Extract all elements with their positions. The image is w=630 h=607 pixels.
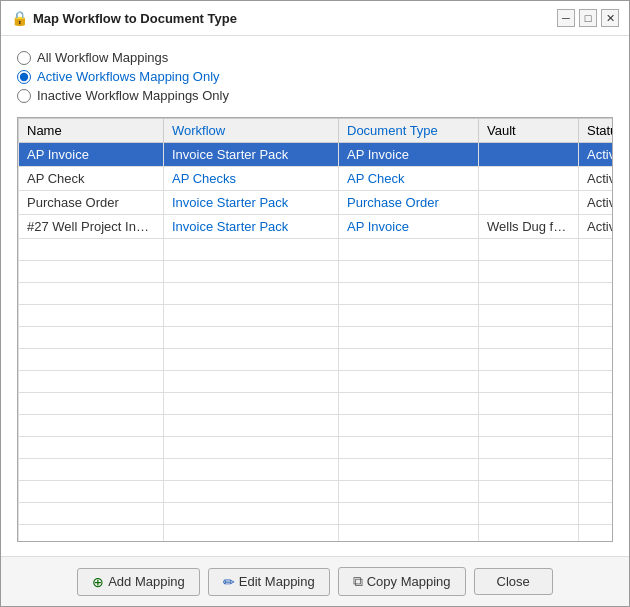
cell-workflow: AP Checks: [164, 167, 339, 191]
cell-status: Active: [579, 167, 614, 191]
radio-active-label: Active Workflows Mapping Only: [37, 69, 220, 84]
title-bar-controls: ─ □ ✕: [557, 9, 619, 27]
table-row-empty: [19, 437, 614, 459]
minimize-button[interactable]: ─: [557, 9, 575, 27]
table-row[interactable]: AP Invoice Invoice Starter Pack AP Invoi…: [19, 143, 614, 167]
cell-vault: [479, 143, 579, 167]
table-row-empty: [19, 305, 614, 327]
filter-radio-group: All Workflow Mappings Active Workflows M…: [17, 50, 613, 103]
cell-doctype: AP Check: [339, 167, 479, 191]
cell-doctype: AP Invoice: [339, 215, 479, 239]
col-header-workflow[interactable]: Workflow: [164, 119, 339, 143]
copy-mapping-button[interactable]: ⧉ Copy Mapping: [338, 567, 466, 596]
maximize-button[interactable]: □: [579, 9, 597, 27]
window-title: Map Workflow to Document Type: [33, 11, 237, 26]
cell-vault: Wells Dug for ...: [479, 215, 579, 239]
col-header-doctype[interactable]: Document Type: [339, 119, 479, 143]
title-bar: 🔒 Map Workflow to Document Type ─ □ ✕: [1, 1, 629, 36]
table-row[interactable]: Purchase Order Invoice Starter Pack Purc…: [19, 191, 614, 215]
radio-active-mappings[interactable]: Active Workflows Mapping Only: [17, 69, 613, 84]
table-row-empty: [19, 371, 614, 393]
radio-all-mappings[interactable]: All Workflow Mappings: [17, 50, 613, 65]
footer: ⊕ Add Mapping ✏ Edit Mapping ⧉ Copy Mapp…: [1, 556, 629, 606]
add-mapping-label: Add Mapping: [108, 574, 185, 589]
table-row[interactable]: AP Check AP Checks AP Check Active: [19, 167, 614, 191]
radio-inactive-input[interactable]: [17, 89, 31, 103]
cell-vault: [479, 191, 579, 215]
table-row[interactable]: #27 Well Project Invoices Invoice Starte…: [19, 215, 614, 239]
main-window: 🔒 Map Workflow to Document Type ─ □ ✕ Al…: [0, 0, 630, 607]
cell-doctype: Purchase Order: [339, 191, 479, 215]
table-row-empty: [19, 481, 614, 503]
table-row-empty: [19, 415, 614, 437]
table-row-empty: [19, 283, 614, 305]
radio-active-input[interactable]: [17, 70, 31, 84]
add-mapping-button[interactable]: ⊕ Add Mapping: [77, 568, 200, 596]
content-area: All Workflow Mappings Active Workflows M…: [1, 36, 629, 556]
mappings-table-container[interactable]: Name Workflow Document Type Vault Status…: [17, 117, 613, 542]
table-row-empty: [19, 525, 614, 543]
radio-all-input[interactable]: [17, 51, 31, 65]
table-row-empty: [19, 239, 614, 261]
edit-icon: ✏: [223, 574, 235, 590]
cell-name: Purchase Order: [19, 191, 164, 215]
radio-all-label: All Workflow Mappings: [37, 50, 168, 65]
cell-name: #27 Well Project Invoices: [19, 215, 164, 239]
close-button[interactable]: ✕: [601, 9, 619, 27]
table-header-row: Name Workflow Document Type Vault Status: [19, 119, 614, 143]
cell-workflow: Invoice Starter Pack: [164, 215, 339, 239]
cell-status: Active: [579, 191, 614, 215]
window-icon: 🔒: [11, 10, 27, 26]
col-header-status: Status: [579, 119, 614, 143]
cell-workflow: Invoice Starter Pack: [164, 191, 339, 215]
cell-name: AP Check: [19, 167, 164, 191]
table-body: AP Invoice Invoice Starter Pack AP Invoi…: [19, 143, 614, 543]
copy-mapping-label: Copy Mapping: [367, 574, 451, 589]
title-bar-left: 🔒 Map Workflow to Document Type: [11, 10, 237, 26]
close-window-button[interactable]: Close: [474, 568, 553, 595]
cell-status: Active: [579, 215, 614, 239]
col-header-vault: Vault: [479, 119, 579, 143]
copy-icon: ⧉: [353, 573, 363, 590]
add-icon: ⊕: [92, 574, 104, 590]
cell-status: Active: [579, 143, 614, 167]
radio-inactive-label: Inactive Workflow Mappings Only: [37, 88, 229, 103]
edit-mapping-button[interactable]: ✏ Edit Mapping: [208, 568, 330, 596]
cell-name: AP Invoice: [19, 143, 164, 167]
table-row-empty: [19, 327, 614, 349]
table-row-empty: [19, 261, 614, 283]
col-header-name: Name: [19, 119, 164, 143]
table-row-empty: [19, 503, 614, 525]
radio-inactive-mappings[interactable]: Inactive Workflow Mappings Only: [17, 88, 613, 103]
edit-mapping-label: Edit Mapping: [239, 574, 315, 589]
cell-vault: [479, 167, 579, 191]
cell-workflow: Invoice Starter Pack: [164, 143, 339, 167]
table-row-empty: [19, 459, 614, 481]
table-row-empty: [19, 349, 614, 371]
mappings-table: Name Workflow Document Type Vault Status…: [18, 118, 613, 542]
table-row-empty: [19, 393, 614, 415]
cell-doctype: AP Invoice: [339, 143, 479, 167]
